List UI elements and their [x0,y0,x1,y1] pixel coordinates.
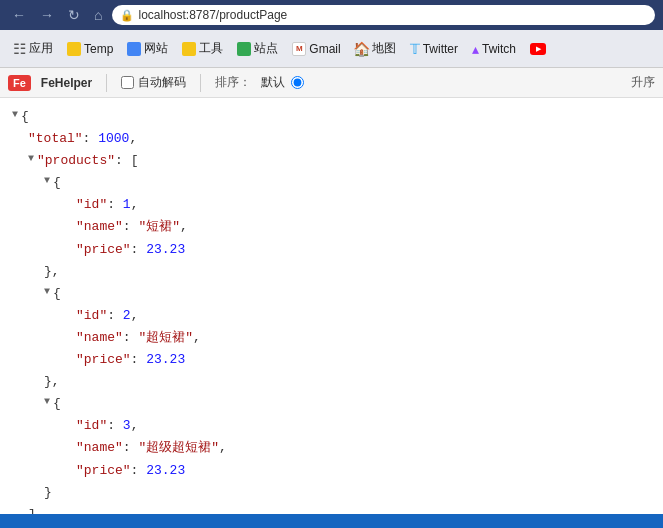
json-content-area: ▼ { "total": 1000, ▼ "products": [ ▼ { "… [0,98,663,514]
bookmark-temp-label: Temp [84,42,113,56]
bookmark-station-label: 站点 [254,40,278,57]
bookmark-websites-label: 网站 [144,40,168,57]
bookmark-apps[interactable]: ☷ 应用 [6,37,59,60]
order-label: 排序： [215,74,251,91]
p3-id: 3 [123,415,131,437]
apps-icon: ☷ [12,42,26,56]
p2-id: 2 [123,305,131,327]
fehelper-name: FeHelper [41,76,92,90]
home-button[interactable]: ⌂ [90,5,106,25]
websites-icon [127,42,141,56]
fehelper-logo: Fe [8,75,31,91]
bookmark-websites[interactable]: 网站 [121,37,174,60]
json-total-line: "total": 1000, [12,128,651,150]
product-3-open: ▼ { [12,393,651,415]
temp-icon [67,42,81,56]
product-2-price: "price": 23.23 [12,349,651,371]
back-button[interactable]: ← [8,5,30,25]
reload-button[interactable]: ↻ [64,5,84,25]
product-3-id: "id": 3, [12,415,651,437]
youtube-icon [530,43,546,55]
gmail-icon: M [292,42,306,56]
p2-price: 23.23 [146,349,185,371]
product-2-id: "id": 2, [12,305,651,327]
p1-price: 23.23 [146,239,185,261]
product-1-open: ▼ { [12,172,651,194]
p1-id: 1 [123,194,131,216]
json-products-line: ▼ "products": [ [12,150,651,172]
product-3-toggle[interactable]: ▼ [44,393,50,410]
bookmark-twitch[interactable]: ▴ Twitch [466,38,522,60]
products-key: "products" [37,150,115,172]
total-key: "total" [28,128,83,150]
product-3-close: } [12,482,651,504]
product-2-open: ▼ { [12,283,651,305]
product-1-close: }, [12,261,651,283]
status-bar [0,514,663,528]
fehelper-toolbar: Fe FeHelper 自动解码 排序： 默认 升序 [0,68,663,98]
bookmark-apps-label: 应用 [29,40,53,57]
p3-name: "超级超短裙" [138,437,219,459]
bookmark-tools[interactable]: 工具 [176,37,229,60]
default-radio-label[interactable]: 默认 [261,74,304,91]
toolbar-divider-2 [200,74,201,92]
lock-icon: 🔒 [120,9,134,22]
product-1-toggle[interactable]: ▼ [44,172,50,189]
product-2-toggle[interactable]: ▼ [44,283,50,300]
products-array-close: ] [12,504,651,514]
forward-button[interactable]: → [36,5,58,25]
browser-titlebar: ← → ↻ ⌂ 🔒 localhost:8787/productPage [0,0,663,30]
bookmarks-bar: ☷ 应用 Temp 网站 工具 站点 M Gmail 🏠 地图 𝕋 Twitte… [0,30,663,68]
bookmark-maps-label: 地图 [372,40,396,57]
custom-order-label: 升序 [631,74,655,91]
product-1-price: "price": 23.23 [12,239,651,261]
product-3-price: "price": 23.23 [12,460,651,482]
root-toggle[interactable]: ▼ [12,106,18,123]
bookmark-maps[interactable]: 🏠 地图 [349,37,402,60]
bookmark-gmail[interactable]: M Gmail [286,39,346,59]
product-2-name: "name": "超短裙", [12,327,651,349]
tools-icon [182,42,196,56]
maps-icon: 🏠 [355,42,369,56]
product-1-id: "id": 1, [12,194,651,216]
p3-price: 23.23 [146,460,185,482]
product-2-close: }, [12,371,651,393]
toolbar-divider-1 [106,74,107,92]
p2-name: "超短裙" [138,327,193,349]
products-toggle[interactable]: ▼ [28,150,34,167]
fehelper-logo-text: Fe [13,77,26,89]
p1-name: "短裙" [138,216,180,238]
bookmark-tools-label: 工具 [199,40,223,57]
twitch-icon: ▴ [472,41,479,57]
auto-decode-label: 自动解码 [138,74,186,91]
bookmark-twitter-label: Twitter [423,42,458,56]
address-bar[interactable]: 🔒 localhost:8787/productPage [112,5,655,25]
url-text: localhost:8787/productPage [138,8,287,22]
auto-decode-checkbox-label[interactable]: 自动解码 [121,74,186,91]
auto-decode-checkbox[interactable] [121,76,134,89]
product-1-name: "name": "短裙", [12,216,651,238]
default-radio-text: 默认 [261,74,285,91]
bookmark-youtube[interactable] [524,40,552,58]
bookmark-twitter[interactable]: 𝕋 Twitter [404,38,464,60]
root-brace-open: { [21,106,29,128]
bookmark-station[interactable]: 站点 [231,37,284,60]
json-root-open: ▼ { [12,106,651,128]
station-icon [237,42,251,56]
bookmark-gmail-label: Gmail [309,42,340,56]
bookmark-temp[interactable]: Temp [61,39,119,59]
total-value: 1000 [98,128,129,150]
bookmark-twitch-label: Twitch [482,42,516,56]
default-radio[interactable] [291,76,304,89]
twitter-icon: 𝕋 [410,41,420,57]
product-3-name: "name": "超级超短裙", [12,437,651,459]
